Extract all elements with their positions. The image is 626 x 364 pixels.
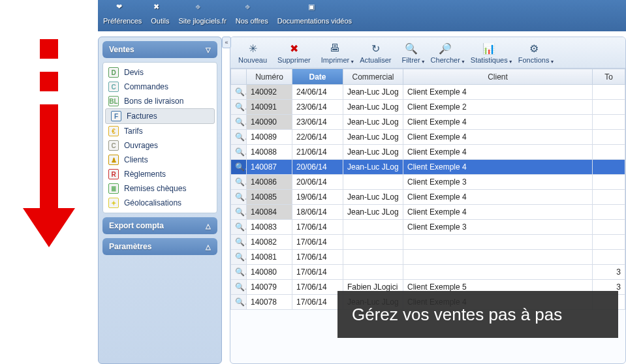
row-view-button[interactable]: 🔍 <box>231 265 247 280</box>
bons de livraison-icon: BL <box>108 96 119 106</box>
magnifier-icon: 🔍 <box>235 177 247 187</box>
magnifier-icon: 🔍 <box>235 117 247 127</box>
cell-date: 17/06/14 <box>292 235 343 250</box>
cell-commercial <box>343 235 403 250</box>
tool-supprimer[interactable]: ✖Supprimer <box>274 40 315 65</box>
cell-commercial <box>343 220 403 235</box>
row-view-button[interactable]: 🔍 <box>231 115 247 130</box>
sidebar-item-label: Tarifs <box>124 127 143 136</box>
magnifier-icon: 🔍 <box>235 222 247 232</box>
tool-statistiques[interactable]: 📊Statistiques▼ <box>467 40 512 65</box>
column-date[interactable]: Date <box>292 69 343 85</box>
préférences-icon: ❤ <box>116 3 129 16</box>
magnifier-icon: 🔍 <box>235 87 247 97</box>
cell-numero: 140083 <box>247 220 292 235</box>
géolocalisations-icon: ✦ <box>108 198 119 208</box>
tool-filtrer[interactable]: 🔍Filtrer▼ <box>398 40 424 65</box>
column-commercial[interactable]: Commercial <box>343 69 403 85</box>
tool-actualiser[interactable]: ↻Actualiser <box>356 40 395 65</box>
row-view-button[interactable]: 🔍 <box>231 100 247 115</box>
cell-numero: 140081 <box>247 250 292 265</box>
row-view-button[interactable]: 🔍 <box>231 280 247 295</box>
magnifier-icon: 🔍 <box>235 207 247 217</box>
table-row[interactable]: 🔍14008418/06/14Jean-Luc JLogClient Exemp… <box>231 205 625 220</box>
row-view-button[interactable]: 🔍 <box>231 205 247 220</box>
topmenu-pr-f-rences[interactable]: ❤Préférences <box>103 3 142 25</box>
cell-total: 3 <box>593 265 625 280</box>
sidebar-item-label: Clients <box>124 155 148 164</box>
column-to[interactable]: To <box>593 69 625 85</box>
dropdown-icon: ▼ <box>421 59 426 64</box>
cell-client: Client Exemple 3 <box>403 220 593 235</box>
section-export-compta[interactable]: Export compta△ <box>102 217 217 234</box>
topmenu-outils[interactable]: ✖Outils <box>151 3 169 25</box>
topmenu-documentations-vid-os[interactable]: ▣Documentations vidéos <box>277 3 352 25</box>
table-row[interactable]: 🔍14009023/06/14Jean-Luc JLogClient Exemp… <box>231 115 625 130</box>
topmenu-nos-offres[interactable]: ⎆Nos offres <box>236 3 268 25</box>
sidebar-item-tarifs[interactable]: €Tarifs <box>103 124 217 138</box>
sidebar-item-clients[interactable]: ♟Clients <box>103 153 217 167</box>
cell-date: 24/06/14 <box>292 85 343 100</box>
column-client[interactable]: Client <box>403 69 593 85</box>
table-row[interactable]: 🔍14008720/06/14Jean-Luc JLogClient Exemp… <box>231 160 625 175</box>
row-view-button[interactable]: 🔍 <box>231 190 247 205</box>
row-view-button[interactable]: 🔍 <box>231 160 247 175</box>
tool-nouveau[interactable]: ✳Nouveau <box>234 40 271 65</box>
tool-chercher[interactable]: 🔎Chercher▼ <box>427 40 464 65</box>
column-numéro[interactable]: Numéro <box>247 69 292 85</box>
table-row[interactable]: 🔍14008620/06/14Client Exemple 3 <box>231 175 625 190</box>
top-menu: ❤Préférences✖Outils⎆Site jlogiciels.fr⎆N… <box>98 0 626 31</box>
row-view-button[interactable]: 🔍 <box>231 220 247 235</box>
magnifier-icon: 🔍 <box>235 237 247 247</box>
sidebar-item-commandes[interactable]: CCommandes <box>103 80 217 94</box>
filtrer-icon: 🔍 <box>404 41 418 55</box>
row-view-button[interactable]: 🔍 <box>231 250 247 265</box>
row-view-button[interactable]: 🔍 <box>231 145 247 160</box>
sidebar-item-r-glements[interactable]: RRèglements <box>103 167 217 181</box>
table-row[interactable]: 🔍14008821/06/14Jean-Luc JLogClient Exemp… <box>231 145 625 160</box>
row-view-button[interactable]: 🔍 <box>231 175 247 190</box>
column-mag[interactable] <box>231 69 247 85</box>
sidebar-item-g-olocalisations[interactable]: ✦Géolocalisations <box>103 196 217 210</box>
row-view-button[interactable]: 🔍 <box>231 295 247 310</box>
devis-icon: D <box>108 67 119 78</box>
table-row[interactable]: 🔍14008217/06/14 <box>231 235 625 250</box>
sidebar-item-label: Commandes <box>124 82 168 91</box>
topmenu-site-jlogiciels-fr[interactable]: ⎆Site jlogiciels.fr <box>178 3 226 25</box>
sidebar-item-ouvrages[interactable]: COuvrages <box>103 138 217 153</box>
cell-total <box>593 85 625 100</box>
table-row[interactable]: 🔍14008117/06/14 <box>231 250 625 265</box>
sidebar-item-bons-de-livraison[interactable]: BLBons de livraison <box>103 94 217 108</box>
section-paramètres[interactable]: Paramètres△ <box>102 238 217 255</box>
cell-numero: 140089 <box>247 130 292 145</box>
ouvrages-icon: C <box>108 140 119 151</box>
fonctions-icon: ⚙ <box>527 41 541 55</box>
cell-commercial: Jean-Luc JLog <box>343 85 403 100</box>
cell-client <box>403 235 593 250</box>
cell-total <box>593 130 625 145</box>
cell-client: Client Exemple 4 <box>403 85 593 100</box>
cell-date: 20/06/14 <box>292 160 343 175</box>
magnifier-icon: 🔍 <box>235 192 247 202</box>
cell-client: Client Exemple 4 <box>403 205 593 220</box>
table-row[interactable]: 🔍14008922/06/14Jean-Luc JLogClient Exemp… <box>231 130 625 145</box>
sidebar-item-factures[interactable]: FFactures <box>105 108 215 124</box>
row-view-button[interactable]: 🔍 <box>231 85 247 100</box>
section-ventes[interactable]: Ventes▽ <box>102 41 217 58</box>
table-row[interactable]: 🔍14008017/06/143 <box>231 265 625 280</box>
table-row[interactable]: 🔍14008317/06/14Client Exemple 3 <box>231 220 625 235</box>
table-row[interactable]: 🔍14009224/06/14Jean-Luc JLogClient Exemp… <box>231 85 625 100</box>
table-row[interactable]: 🔍14008519/06/14Jean-Luc JLogClient Exemp… <box>231 190 625 205</box>
collapse-sidebar-button[interactable]: « <box>222 37 231 48</box>
cell-date: 18/06/14 <box>292 205 343 220</box>
magnifier-icon: 🔍 <box>235 147 247 157</box>
cell-total <box>593 190 625 205</box>
row-view-button[interactable]: 🔍 <box>231 130 247 145</box>
row-view-button[interactable]: 🔍 <box>231 235 247 250</box>
table-row[interactable]: 🔍14009123/06/14Jean-Luc JLogClient Exemp… <box>231 100 625 115</box>
magnifier-icon: 🔍 <box>235 132 247 142</box>
sidebar-item-remises-ch-ques[interactable]: ≣Remises chèques <box>103 181 217 196</box>
tool-fonctions[interactable]: ⚙Fonctions▼ <box>514 40 554 65</box>
sidebar-item-devis[interactable]: DDevis <box>103 65 217 80</box>
tool-imprimer[interactable]: 🖶Imprimer▼ <box>317 40 353 65</box>
